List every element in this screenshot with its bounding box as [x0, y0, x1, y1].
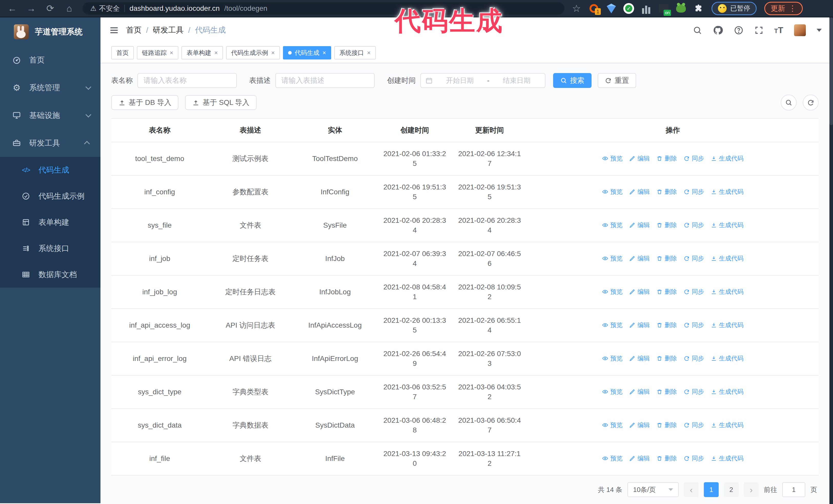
sidebar-item-system[interactable]: ⚙ 系统管理	[0, 74, 100, 101]
generate-code-link[interactable]: 生成代码	[711, 254, 743, 263]
generate-code-link[interactable]: 生成代码	[711, 454, 743, 463]
home-icon[interactable]: ⌂	[64, 4, 75, 13]
delete-link[interactable]: 删除	[657, 320, 677, 330]
back-icon[interactable]: ←	[7, 4, 18, 13]
delete-link[interactable]: 删除	[657, 220, 677, 230]
sync-link[interactable]: 同步	[684, 387, 704, 397]
preview-link[interactable]: 预览	[602, 354, 623, 363]
edit-link[interactable]: 编辑	[629, 387, 650, 397]
search-icon[interactable]	[693, 26, 702, 35]
sidebar-collapse-icon[interactable]	[109, 25, 119, 35]
update-chip[interactable]: 更新 ⋮	[764, 2, 803, 15]
preview-link[interactable]: 预览	[602, 320, 623, 330]
generate-code-link[interactable]: 生成代码	[711, 220, 743, 230]
extension-frog-icon[interactable]	[675, 3, 686, 14]
table-name-input[interactable]	[137, 73, 237, 88]
import-sql-button[interactable]: 基于 SQL 导入	[185, 95, 257, 110]
profile-paused-chip[interactable]: 已暂停	[712, 2, 757, 15]
generate-code-link[interactable]: 生成代码	[711, 354, 743, 363]
tab[interactable]: 代码生成示例 ×	[226, 46, 280, 59]
sidebar-item-codegen-example[interactable]: 代码生成示例	[0, 183, 100, 209]
delete-link[interactable]: 删除	[657, 187, 677, 197]
scrollbar[interactable]	[829, 18, 833, 504]
scrollbar-thumb[interactable]	[829, 18, 833, 125]
preview-link[interactable]: 预览	[602, 454, 623, 463]
forward-icon[interactable]: →	[26, 4, 37, 13]
sync-link[interactable]: 同步	[684, 287, 704, 296]
extension-shield-icon[interactable]: ✓	[623, 3, 634, 14]
show-search-button[interactable]	[781, 95, 796, 111]
extension-orange-icon[interactable]: 1	[589, 3, 599, 14]
edit-link[interactable]: 编辑	[629, 187, 650, 197]
extension-gem-icon[interactable]	[606, 3, 617, 14]
generate-code-link[interactable]: 生成代码	[711, 187, 743, 197]
prev-page-button[interactable]: ‹	[684, 482, 699, 497]
delete-link[interactable]: 删除	[657, 287, 677, 296]
sync-link[interactable]: 同步	[684, 320, 704, 330]
edit-link[interactable]: 编辑	[629, 220, 650, 230]
delete-link[interactable]: 删除	[657, 153, 677, 163]
delete-link[interactable]: 删除	[657, 354, 677, 363]
reload-icon[interactable]: ⟳	[45, 4, 56, 13]
preview-link[interactable]: 预览	[602, 153, 623, 163]
sidebar-item-db-doc[interactable]: 数据库文档	[0, 262, 100, 288]
tab[interactable]: 表单构建 ×	[182, 46, 223, 59]
generate-code-link[interactable]: 生成代码	[711, 387, 743, 397]
github-icon[interactable]	[713, 25, 723, 35]
not-secure-warning[interactable]: ⚠ 不安全	[90, 4, 120, 13]
edit-link[interactable]: 编辑	[629, 287, 650, 296]
import-db-button[interactable]: 基于 DB 导入	[111, 95, 178, 110]
delete-link[interactable]: 删除	[657, 454, 677, 463]
close-icon[interactable]: ×	[214, 49, 218, 56]
date-range-picker[interactable]: 开始日期 - 结束日期	[420, 73, 545, 88]
search-button[interactable]: 搜索	[553, 73, 592, 88]
delete-link[interactable]: 删除	[657, 420, 677, 430]
edit-link[interactable]: 编辑	[629, 153, 650, 163]
tab[interactable]: 系统接口 ×	[334, 46, 376, 59]
extension-dark-icon[interactable]: on	[658, 3, 669, 14]
sync-link[interactable]: 同步	[684, 354, 704, 363]
preview-link[interactable]: 预览	[602, 187, 623, 197]
tab[interactable]: 链路追踪 ×	[137, 46, 178, 59]
date-start-placeholder[interactable]: 开始日期	[436, 76, 484, 85]
sync-link[interactable]: 同步	[684, 220, 704, 230]
sidebar-item-devtools[interactable]: 研发工具	[0, 129, 100, 157]
generate-code-link[interactable]: 生成代码	[711, 153, 743, 163]
breadcrumb-devtools[interactable]: 研发工具	[153, 25, 184, 35]
close-icon[interactable]: ×	[323, 49, 326, 56]
edit-link[interactable]: 编辑	[629, 420, 650, 430]
date-end-placeholder[interactable]: 结束日期	[493, 76, 541, 85]
sidebar-item-form-builder[interactable]: 表单构建	[0, 209, 100, 235]
sync-link[interactable]: 同步	[684, 187, 704, 197]
app-logo[interactable]: 芋道管理系统	[0, 18, 100, 46]
generate-code-link[interactable]: 生成代码	[711, 287, 743, 296]
preview-link[interactable]: 预览	[602, 387, 623, 397]
tab[interactable]: 代码生成 ×	[283, 46, 331, 59]
browser-menu-icon[interactable]: ⋮	[789, 5, 796, 12]
sidebar-item-system-api[interactable]: 系统接口	[0, 235, 100, 262]
fullscreen-icon[interactable]	[754, 26, 764, 35]
page-number-button[interactable]: 2	[724, 482, 739, 497]
breadcrumb-home[interactable]: 首页	[126, 25, 142, 35]
preview-link[interactable]: 预览	[602, 420, 623, 430]
next-page-button[interactable]: ›	[744, 482, 759, 497]
refresh-button[interactable]	[803, 95, 819, 111]
edit-link[interactable]: 编辑	[629, 254, 650, 263]
sidebar-item-home[interactable]: 首页	[0, 46, 100, 74]
help-icon[interactable]	[734, 25, 743, 35]
table-desc-input[interactable]	[275, 73, 375, 88]
page-number-button[interactable]: 1	[704, 482, 719, 497]
extensions-puzzle-icon[interactable]	[693, 3, 704, 14]
sync-link[interactable]: 同步	[684, 153, 704, 163]
reset-button[interactable]: 重置	[598, 73, 636, 88]
preview-link[interactable]: 预览	[602, 287, 623, 296]
user-avatar[interactable]	[794, 24, 806, 36]
bookmark-star-icon[interactable]: ☆	[572, 3, 581, 14]
sync-link[interactable]: 同步	[684, 254, 704, 263]
edit-link[interactable]: 编辑	[629, 320, 650, 330]
sync-link[interactable]: 同步	[684, 420, 704, 430]
sidebar-item-infra[interactable]: 基础设施	[0, 101, 100, 129]
preview-link[interactable]: 预览	[602, 220, 623, 230]
delete-link[interactable]: 删除	[657, 254, 677, 263]
edit-link[interactable]: 编辑	[629, 354, 650, 363]
